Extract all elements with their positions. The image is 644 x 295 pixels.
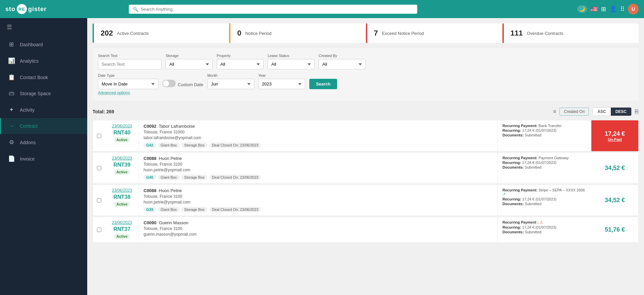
row-checkbox[interactable] — [97, 166, 101, 170]
contract-date[interactable]: 23/06/2023 — [112, 156, 132, 161]
top-navigation: sto RE gister 🔍 🌙 🇺🇸 ⊞ 👤 ⠿ U — [0, 0, 644, 18]
recurring-line: Recurring: 17,24 € (01/07/2023) — [502, 197, 587, 201]
recurring-payment-line: Recurring Payment : ⚠ — [502, 220, 587, 225]
advanced-options-link[interactable]: Advanced options — [98, 91, 633, 95]
created-by-select[interactable]: All — [319, 59, 366, 69]
year-select[interactable]: 2023 — [258, 79, 305, 89]
sidebar-label-storage-space: Storage Space — [20, 91, 51, 96]
avatar[interactable]: U — [628, 4, 639, 14]
filter-panel: Search Text Storage All Property All — [93, 48, 639, 101]
row-checkbox-cell — [93, 153, 105, 183]
month-select[interactable]: Jun — [207, 79, 254, 89]
property-group: Property All — [217, 54, 264, 69]
date-type-select[interactable]: Move In Date — [98, 79, 158, 89]
page-layout: ☰ ⊞Dashboard📊Analytics📋Contact Book🗃Stor… — [0, 18, 644, 248]
deal-closed-tag: Deal Closed On: 23/06/2023 — [209, 175, 261, 180]
grid-icon[interactable]: ⊞ — [601, 5, 606, 13]
table-row: 23/06/2023 RNT39 Active C0088 Huon Petri… — [93, 152, 639, 184]
sidebar-item-invoice[interactable]: 📄Invoice — [0, 151, 87, 167]
tag-0: G39 — [144, 207, 156, 212]
share-icon[interactable]: ⎘ — [635, 108, 639, 115]
sidebar-item-storage-space[interactable]: 🗃Storage Space — [0, 85, 87, 102]
row-center-cell: C0090 Guerin Masson Tolouse, France 3100… — [139, 217, 497, 242]
flag-icon[interactable]: 🇺🇸 — [590, 5, 598, 13]
created-by-label: Created By — [319, 54, 366, 58]
contract-date[interactable]: 23/06/2023 — [112, 188, 132, 193]
custom-date-toggle[interactable] — [162, 80, 176, 87]
global-search-bar[interactable]: 🔍 — [129, 5, 417, 14]
table-row: 23/06/2023 RNT40 Active C0092 Tabor Lafr… — [93, 120, 639, 152]
unpaid-label[interactable]: Un-Paid — [608, 137, 622, 141]
logo-text-sto: sto — [5, 6, 15, 13]
sidebar: ☰ ⊞Dashboard📊Analytics📋Contact Book🗃Stor… — [0, 18, 87, 248]
activity-icon: ✦ — [8, 106, 15, 113]
amount-value: 34,52 € — [605, 197, 625, 204]
row-checkbox[interactable] — [97, 228, 101, 232]
theme-toggle[interactable]: 🌙 — [577, 5, 587, 13]
sidebar-label-addons: Addons — [20, 140, 36, 145]
sidebar-item-dashboard[interactable]: ⊞Dashboard — [0, 36, 87, 53]
sidebar-label-contract: Contract — [20, 123, 38, 129]
sidebar-label-dashboard: Dashboard — [20, 42, 43, 47]
recurring-payment-line: Recurring Payment: Bank Transfer — [502, 124, 587, 128]
recurring-line: Recurring: 17,24 € (01/07/2023) — [502, 128, 587, 132]
apps-icon[interactable]: ⠿ — [620, 5, 625, 13]
contract-date[interactable]: 23/06/2023 — [112, 124, 132, 128]
recurring-payment-line: Recurring Payment: Payment Gateway — [502, 156, 587, 160]
app-logo[interactable]: sto RE gister — [5, 4, 47, 14]
documents-line: Documents: Submitted — [502, 165, 587, 169]
status-badge: Active — [114, 201, 130, 207]
documents-line: Documents: Submitted — [502, 202, 587, 206]
contract-id: C0088 — [144, 156, 156, 161]
deal-closed-tag: Deal Closed On: 23/06/2023 — [209, 142, 261, 148]
contract-name: Tabor Laframboise — [159, 124, 195, 129]
sidebar-label-invoice: Invoice — [20, 156, 35, 162]
property-select[interactable]: All — [217, 59, 264, 69]
contract-list: 23/06/2023 RNT40 Active C0092 Tabor Lafr… — [93, 120, 639, 243]
sort-buttons: ASC DESC — [592, 107, 632, 116]
row-checkbox[interactable] — [97, 198, 101, 202]
contract-email: huon.petrie@yopmail.com — [144, 168, 493, 172]
status-badge: Active — [114, 137, 130, 142]
tag-1: Giant Box — [158, 142, 179, 148]
filter-icon[interactable]: ≡ — [553, 109, 556, 115]
row-checkbox[interactable] — [97, 134, 101, 138]
documents-line: Documents: Submitted — [502, 133, 587, 137]
contract-date[interactable]: 23/06/2023 — [112, 220, 132, 225]
sidebar-item-addons[interactable]: ⚙Addons — [0, 134, 87, 151]
sidebar-item-contact-book[interactable]: 📋Contact Book — [0, 69, 87, 85]
search-text-input[interactable] — [98, 59, 162, 69]
sort-asc-button[interactable]: ASC — [593, 108, 610, 116]
contract-location: Tolouse, France 31000 — [144, 130, 493, 134]
contract-location: Tolouse, France 3100 — [144, 162, 493, 167]
stripe-link-icon[interactable]: ↗ — [502, 192, 505, 196]
sidebar-item-contract[interactable]: →Contract — [0, 118, 87, 134]
sidebar-item-activity[interactable]: ✦Activity — [0, 102, 87, 118]
storage-select[interactable]: All — [166, 59, 213, 69]
lease-status-select[interactable]: All — [268, 59, 315, 69]
status-badge: Active — [114, 234, 130, 239]
sidebar-menu-toggle[interactable]: ☰ — [0, 18, 87, 36]
tag-1: Giant Box — [158, 175, 179, 180]
search-button[interactable]: Search — [309, 79, 337, 89]
search-input[interactable] — [141, 7, 413, 12]
created-on-badge[interactable]: Created On — [559, 108, 589, 116]
amount-value: 51,76 € — [605, 226, 625, 233]
stat-item-3: 111Overdue Contracts — [502, 23, 639, 43]
analytics-icon: 📊 — [8, 57, 15, 64]
stat-num-2: 7 — [374, 29, 378, 38]
contract-location: Tolouse, France 3100 — [144, 226, 493, 231]
contract-location: Tolouse, France 3100 — [144, 194, 493, 199]
row-right-cell: Recurring Payment: Stripe – SEPA – XXXX … — [497, 185, 591, 216]
main-content: 202Active Contracts0Notice Period7Exceed… — [87, 18, 644, 248]
row-right-cell: Recurring Payment : ⚠ Recurring: 17,24 €… — [497, 217, 591, 242]
storage-label: Storage — [166, 54, 213, 58]
row-right-cell: Recurring Payment: Payment Gateway Recur… — [497, 153, 591, 183]
row-right-cell: Recurring Payment: Bank Transfer Recurri… — [497, 120, 591, 151]
amount-column: 34,52 € — [591, 185, 638, 216]
contract-email: tabor.laframboise@yopmail.com — [144, 135, 493, 140]
sort-desc-button[interactable]: DESC — [611, 108, 631, 116]
row-left-cell: 23/06/2023 RNT39 Active — [105, 153, 139, 183]
sidebar-item-analytics[interactable]: 📊Analytics — [0, 53, 87, 69]
user-icon[interactable]: 👤 — [609, 5, 617, 13]
